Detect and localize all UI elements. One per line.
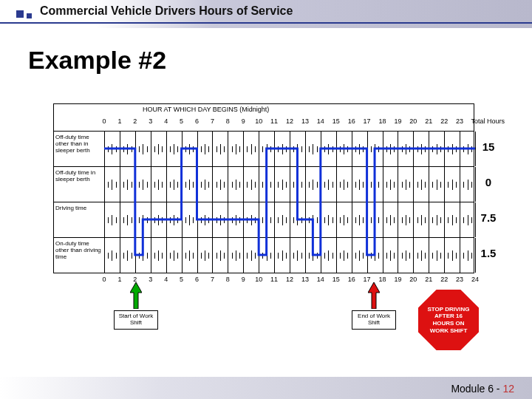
tick-label: 12 [284,117,295,125]
row-total: 0 [477,176,500,188]
stop-sign-icon: STOP DRIVING AFTER 16 HOURS ON WORK SHIF… [418,290,479,350]
end-arrow-icon [368,282,380,309]
tick-label: 14 [316,117,326,125]
duty-status-line [104,131,475,273]
tick-label: 6 [192,117,202,125]
tick-label: 23 [454,117,465,125]
tick-label: 5 [177,276,187,283]
page-number: 12 [502,383,514,395]
tick-label: 9 [238,117,248,125]
footer-text: Module 6 - 12 [451,383,514,395]
tick-label: 6 [192,276,202,283]
tick-label: 8 [222,276,233,283]
tick-label: 1 [115,276,125,283]
tick-label: 21 [423,276,434,283]
tick-label: 19 [392,276,403,283]
tick-label: 24 [470,276,480,283]
row-label: Off-duty time in sleeper berth [55,170,103,183]
tick-label: 7 [207,117,217,125]
tick-label: 15 [331,117,341,125]
start-arrow-icon [130,282,142,309]
tick-label: 10 [253,117,264,125]
tick-label: 8 [222,117,233,125]
tick-label: 1 [115,117,125,125]
tick-label: 11 [269,276,279,283]
tick-label: 7 [207,276,217,283]
svg-marker-0 [130,282,142,309]
tick-label: 22 [439,117,449,125]
tick-label: 20 [408,276,418,283]
row-total: 1.5 [477,247,500,259]
header-rule [0,22,532,24]
row-total: 7.5 [477,211,500,224]
row-label: On-duty time other than driving time [55,241,103,260]
tick-label: 17 [362,117,372,125]
module-label: Module 6 - [451,383,499,395]
tick-label: 21 [423,117,434,125]
tick-label: 22 [439,276,449,283]
row-label: Driving time [55,205,103,212]
tick-label: 20 [408,117,418,125]
tick-label: 10 [253,276,264,283]
tick-label: 5 [177,117,187,125]
tick-label: 13 [300,117,310,125]
chart-title: HOUR AT WHICH DAY BEGINS (Midnight) [143,106,269,113]
tick-label: 12 [284,276,295,283]
tick-label: 2 [130,117,140,125]
tick-label: 0 [99,276,109,283]
tick-label: 0 [99,117,109,125]
stop-sign-text: STOP DRIVING AFTER 16 HOURS ON WORK SHIF… [424,306,473,334]
tick-label: 4 [161,117,171,125]
tick-label: 3 [146,117,156,125]
end-shift-label: End of Work Shift [352,310,396,330]
tick-label: 23 [454,276,465,283]
tick-label: 16 [347,276,357,283]
header-bullet-icon [16,10,24,18]
tick-label: 4 [161,276,171,283]
row-label: Off-duty time other than in sleeper bert… [55,134,103,154]
tick-label: 13 [300,276,310,283]
tick-label: 15 [331,276,341,283]
header-title: Commercial Vehicle Drivers Hours of Serv… [40,4,293,18]
hos-log-chart: HOUR AT WHICH DAY BEGINS (Midnight) 0123… [53,103,474,273]
tick-label: 9 [238,276,248,283]
svg-marker-1 [368,282,380,309]
row-total: 15 [477,140,500,153]
header-band: Commercial Vehicle Drivers Hours of Serv… [0,0,532,28]
tick-label: 14 [316,276,326,283]
tick-label: 19 [392,117,403,125]
page-title: Example #2 [28,46,166,75]
footer-band: Module 6 - 12 [0,377,532,399]
tick-label: 3 [146,276,156,283]
tick-label: 11 [269,117,279,125]
tick-label: 16 [347,117,357,125]
header-bullet-icon [27,13,32,18]
tick-label: 18 [378,117,388,125]
total-hours-label: Total Hours [471,117,505,125]
start-shift-label: Start of Work Shift [114,310,158,330]
